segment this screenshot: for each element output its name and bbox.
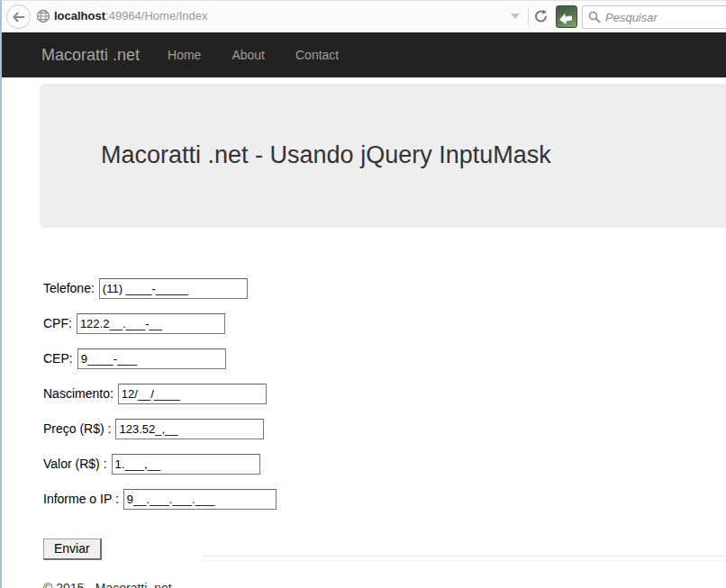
addon-button[interactable] xyxy=(556,5,577,28)
nascimento-input[interactable] xyxy=(118,384,267,404)
ip-input[interactable] xyxy=(123,489,277,510)
footer-copyright: © 2015 - Macoratti .net xyxy=(43,581,726,588)
form-row-cpf: CPF: xyxy=(43,312,726,334)
enviar-button[interactable]: Enviar xyxy=(43,538,102,560)
cpf-label: CPF: xyxy=(43,316,72,330)
globe-icon xyxy=(36,9,50,27)
search-box[interactable] xyxy=(582,5,726,29)
footer-divider xyxy=(203,556,726,556)
ip-label: Informe o IP : xyxy=(43,492,119,506)
form-row-ip: Informe o IP : xyxy=(43,488,726,510)
nav-link-about[interactable]: About xyxy=(216,48,280,62)
url-host: localhost xyxy=(54,9,105,23)
cpf-input[interactable] xyxy=(77,313,225,334)
reload-button[interactable] xyxy=(533,8,549,28)
jumbotron: Macoratti .net - Usando jQuery InptuMask xyxy=(40,84,726,228)
nav-link-contact[interactable]: Contact xyxy=(280,48,354,62)
nav-link-home[interactable]: Home xyxy=(152,48,216,62)
addon-arrow-icon xyxy=(558,12,574,24)
form-row-valor: Valor (R$) : xyxy=(43,453,726,475)
navbar-links: Home About Contact xyxy=(152,48,354,62)
form-row-preco: Preço (R$) : xyxy=(43,418,726,439)
search-icon xyxy=(588,11,601,23)
toolbar-divider xyxy=(528,7,529,26)
reload-icon xyxy=(533,8,549,24)
telefone-label: Telefone: xyxy=(43,281,95,295)
preco-input[interactable] xyxy=(115,419,264,439)
browser-toolbar: localhost:49964/Home/Index xyxy=(0,0,726,32)
form-row-cep: CEP: xyxy=(43,348,726,369)
browser-window: localhost:49964/Home/Index Macoratti .ne… xyxy=(0,0,726,588)
navbar-brand[interactable]: Macoratti .net xyxy=(41,46,140,65)
cep-label: CEP: xyxy=(43,351,73,366)
site-navbar: Macoratti .net Home About Contact xyxy=(0,32,726,77)
search-input[interactable] xyxy=(605,11,726,24)
url-path: :49964/Home/Index xyxy=(105,9,207,23)
window-edge xyxy=(0,0,2,588)
preco-label: Preço (R$) : xyxy=(43,421,111,436)
cep-input[interactable] xyxy=(77,348,226,369)
nascimento-label: Nascimento: xyxy=(43,386,113,401)
form-row-nascimento: Nascimento: xyxy=(43,383,726,404)
telefone-input[interactable] xyxy=(99,278,248,299)
address-bar[interactable]: localhost:49964/Home/Index xyxy=(54,9,208,23)
valor-input[interactable] xyxy=(112,454,260,475)
back-button[interactable] xyxy=(6,5,31,29)
history-dropdown-icon[interactable] xyxy=(511,14,520,19)
inputmask-form: Telefone: CPF: CEP: Nascimento: Preço (R… xyxy=(0,277,726,560)
page-title: Macoratti .net - Usando jQuery InptuMask xyxy=(40,84,726,169)
back-arrow-icon xyxy=(13,12,25,23)
form-row-telefone: Telefone: xyxy=(43,277,726,299)
valor-label: Valor (R$) : xyxy=(43,457,107,471)
